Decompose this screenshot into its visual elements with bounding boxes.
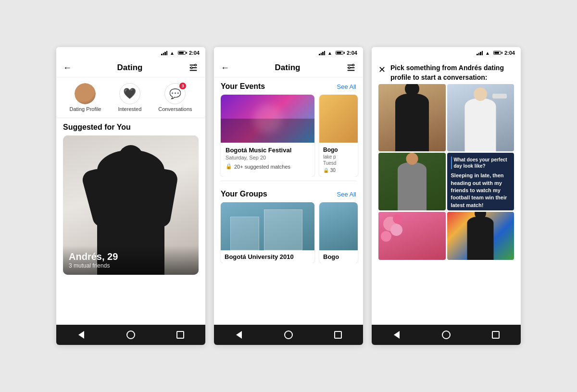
- profile-card-andres[interactable]: Andrés, 29 3 mutual friends: [63, 135, 199, 275]
- battery-icon-3: [493, 51, 501, 55]
- tab-label-interested: Interested: [118, 106, 141, 112]
- status-icons-2: ▲ 2:04: [319, 50, 357, 56]
- events-scroll: Bogotá Music Festival Saturday, Sep 20 🔒…: [214, 95, 363, 177]
- tab-label-conversations: Conversations: [158, 106, 192, 112]
- nav-home-btn-1[interactable]: [125, 330, 136, 340]
- avatar-dating-profile: [75, 83, 96, 104]
- group-title-2: Bogo: [319, 250, 358, 263]
- events-see-all[interactable]: See All: [337, 83, 356, 90]
- photo-answer-text: Sleeping in late, then heading out with …: [451, 172, 511, 209]
- ph3-prompt-text: Pick something from Andrés dating profil…: [390, 63, 514, 82]
- tab-label-dating-profile: Dating Profile: [69, 106, 101, 112]
- partial-event-title: Bogo: [323, 147, 354, 153]
- partial-lock: 🔒 30: [323, 168, 354, 173]
- status-bar-2: ▲ 2:04: [214, 47, 363, 59]
- nav-back-btn-3[interactable]: [391, 330, 402, 340]
- status-time-2: 2:04: [347, 50, 357, 56]
- nav-back-btn-2[interactable]: [234, 330, 244, 340]
- status-bar-3: ▲ 2:04: [372, 47, 521, 59]
- partial-card-info: Bogo lake p Tuesd 🔒 30: [319, 143, 358, 177]
- close-button-3[interactable]: ✕: [378, 64, 386, 75]
- svg-point-8: [352, 64, 354, 66]
- status-icons-3: ▲ 2:04: [477, 50, 515, 56]
- filter-icon-2[interactable]: [346, 62, 356, 73]
- photo-cell-2[interactable]: [447, 84, 514, 151]
- tab-conversations[interactable]: 💬 3 Conversations: [158, 83, 192, 112]
- filter-icon-1[interactable]: [188, 62, 199, 73]
- event-card-info-1: Bogotá Music Festival Saturday, Sep 20 🔒…: [221, 143, 314, 173]
- svg-point-9: [348, 67, 350, 69]
- bottom-nav-1: [56, 325, 205, 345]
- event-lock-text-1: 20+ suggested matches: [234, 164, 290, 170]
- status-time-3: 2:04: [504, 50, 515, 56]
- photo-cell-1[interactable]: [378, 84, 446, 151]
- event-lock-1: 🔒 20+ suggested matches: [226, 163, 310, 170]
- profile-name: Andrés, 29: [69, 251, 193, 262]
- phone-2: ▲ 2:04 ← Dating Your Events See All: [214, 47, 363, 345]
- groups-section-header: Your Groups See All: [214, 185, 363, 202]
- icon-interested: 🖤: [119, 83, 140, 104]
- group-img-2: [319, 202, 358, 250]
- events-title: Your Events: [221, 82, 265, 91]
- event-date-1: Saturday, Sep 20: [226, 155, 310, 160]
- back-button-2[interactable]: ←: [221, 63, 229, 73]
- status-bar-1: ▲ 2:04: [56, 47, 205, 59]
- nav-header-1: ← Dating: [56, 59, 205, 77]
- signal-bars-2: [319, 50, 325, 55]
- phone-3: ▲ 2:04 ✕ Pick something from Andrés dati…: [372, 47, 521, 345]
- photo-grid-3: What does your perfect day look like? Sl…: [372, 84, 521, 260]
- suggested-section-1: Suggested for You Andrés, 29 3 mutual fr…: [56, 118, 205, 325]
- status-icons-1: ▲ 2:04: [161, 50, 200, 56]
- partial-event-day: Tuesd: [323, 160, 354, 166]
- events-section-header: Your Events See All: [214, 77, 363, 95]
- nav-home-btn-3[interactable]: [441, 330, 452, 340]
- profile-mutual-friends: 3 mutual friends: [69, 262, 193, 269]
- back-button-1[interactable]: ←: [63, 63, 72, 73]
- ph3-header: ✕ Pick something from Andrés dating prof…: [372, 59, 521, 84]
- groups-scroll: Bogotá University 2010 Bogo: [214, 202, 363, 263]
- icon-conversations: 💬 3: [164, 83, 186, 104]
- event-title-1: Bogotá Music Festival: [226, 147, 310, 154]
- battery-icon-1: [178, 51, 186, 55]
- photo-cell-5[interactable]: [378, 212, 446, 260]
- group-card-1[interactable]: Bogotá University 2010: [221, 202, 314, 263]
- group-img-1: [221, 202, 314, 250]
- bottom-nav-3: [372, 325, 521, 345]
- event-card-1[interactable]: Bogotá Music Festival Saturday, Sep 20 🔒…: [221, 95, 314, 177]
- nav-header-2: ← Dating: [214, 59, 363, 77]
- svg-point-3: [195, 64, 197, 66]
- photo-question-text: What does your perfect day look like?: [451, 157, 511, 169]
- wifi-icon-3: ▲: [485, 50, 490, 56]
- nav-back-btn-1[interactable]: [76, 330, 87, 340]
- nav-square-btn-1[interactable]: [175, 330, 186, 340]
- tab-interested[interactable]: 🖤 Interested: [118, 83, 141, 112]
- page-title-2: Dating: [275, 63, 301, 73]
- battery-icon-2: [336, 51, 343, 55]
- nav-square-btn-3[interactable]: [490, 330, 501, 340]
- lock-icon-1: 🔒: [226, 163, 232, 170]
- page-title-1: Dating: [117, 63, 143, 73]
- event-img-food: [319, 95, 358, 143]
- photo-cell-3[interactable]: [378, 153, 446, 210]
- signal-bars-3: [477, 50, 483, 55]
- svg-point-4: [190, 67, 192, 69]
- event-img-concert: [221, 95, 314, 143]
- photo-answer-overlay: What does your perfect day look like? Sl…: [447, 153, 514, 210]
- nav-square-btn-2[interactable]: [333, 330, 343, 340]
- wifi-icon-2: ▲: [327, 50, 332, 56]
- signal-bars-1: [161, 50, 167, 55]
- photo-cell-4-answer[interactable]: What does your perfect day look like? Sl…: [447, 153, 514, 210]
- group-title-1: Bogotá University 2010: [221, 250, 314, 263]
- tabs-row-1: Dating Profile 🖤 Interested 💬 3 Conversa…: [56, 77, 205, 118]
- event-card-2-partial[interactable]: Bogo lake p Tuesd 🔒 30: [319, 95, 358, 177]
- divider-1: [221, 181, 356, 181]
- status-time-1: 2:04: [189, 50, 200, 56]
- conversations-badge: 3: [179, 82, 187, 90]
- photo-cell-6[interactable]: [447, 212, 514, 260]
- nav-home-btn-2[interactable]: [283, 330, 294, 340]
- suggested-title: Suggested for You: [56, 118, 205, 135]
- tab-dating-profile[interactable]: Dating Profile: [69, 83, 101, 112]
- groups-see-all[interactable]: See All: [337, 191, 356, 198]
- profile-info: Andrés, 29 3 mutual friends: [63, 245, 199, 275]
- group-card-2-partial[interactable]: Bogo: [319, 202, 358, 263]
